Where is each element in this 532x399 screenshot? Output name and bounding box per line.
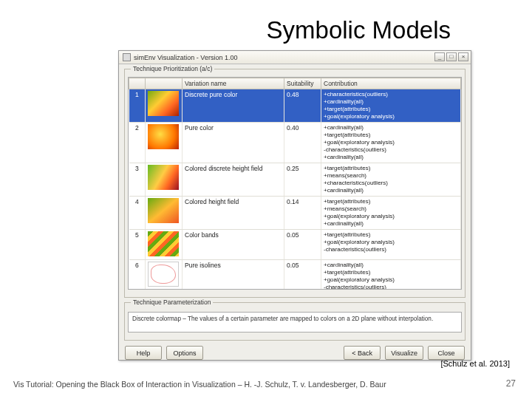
row-index: 1 xyxy=(129,89,146,123)
citation-text: [Schulz et al. 2013] xyxy=(440,359,510,368)
table-row[interactable]: 5 Color bands 0.05 +target(attributes) +… xyxy=(129,230,461,260)
table-row[interactable]: 1 Discrete pure color 0.48 +characterist… xyxy=(129,89,461,123)
table-row[interactable]: 6 Pure isolines 0.05 +cardinality(all) +… xyxy=(129,260,461,290)
row-suitability: 0.48 xyxy=(284,89,321,123)
variations-table[interactable]: Variation name Suitability Contribution … xyxy=(128,77,462,290)
table-row[interactable]: 3 Colored discrete height field 0.25 +ta… xyxy=(129,163,461,197)
row-name: Colored discrete height field xyxy=(183,163,284,197)
row-thumbnail xyxy=(146,260,183,290)
app-icon xyxy=(123,53,131,61)
page-number: 27 xyxy=(506,378,516,389)
row-suitability: 0.25 xyxy=(284,163,321,197)
app-window: simEnv Visualization - Version 1.00 _ □ … xyxy=(118,50,471,361)
options-button[interactable]: Options xyxy=(166,346,203,360)
description-text: Discrete colormap – The values of a cert… xyxy=(128,312,462,332)
visualize-button[interactable]: Visualize xyxy=(385,346,423,360)
row-name: Colored height field xyxy=(183,197,284,230)
row-contribution: +cardinality(all) +target(attributes) +g… xyxy=(321,123,461,163)
table-row[interactable]: 2 Pure color 0.40 +cardinality(all) +tar… xyxy=(129,123,461,163)
table-row[interactable]: 4 Colored height field 0.14 +target(attr… xyxy=(129,197,461,230)
row-thumbnail xyxy=(146,230,183,260)
minimize-button[interactable]: _ xyxy=(434,52,445,61)
back-button[interactable]: < Back xyxy=(344,346,381,360)
button-bar: Help Options < Back Visualize Close xyxy=(119,342,471,364)
group-legend: Technique Prioritization (a/c) xyxy=(131,65,214,72)
titlebar: simEnv Visualization - Version 1.00 _ □ … xyxy=(119,51,471,64)
row-index: 2 xyxy=(129,123,146,163)
row-contribution: +target(attributes) +means(search) +goal… xyxy=(321,197,461,230)
row-contribution: +cardinality(all) +target(attributes) +g… xyxy=(321,260,461,290)
row-index: 4 xyxy=(129,197,146,230)
group-legend: Technique Parameterization xyxy=(131,299,213,306)
col-thumb[interactable] xyxy=(146,78,183,89)
row-name: Pure color xyxy=(183,123,284,163)
row-index: 5 xyxy=(129,230,146,260)
row-suitability: 0.05 xyxy=(284,260,321,290)
row-suitability: 0.40 xyxy=(284,123,321,163)
slide-title: Symbolic Models xyxy=(267,16,451,44)
row-thumbnail xyxy=(146,197,183,230)
table-header-row: Variation name Suitability Contribution xyxy=(129,78,461,89)
row-suitability: 0.14 xyxy=(284,197,321,230)
row-index: 6 xyxy=(129,260,146,290)
footer-text: Vis Tutorial: Opening the Black Box of I… xyxy=(13,380,386,389)
row-thumbnail xyxy=(146,123,183,163)
row-contribution: +target(attributes) +means(search) +char… xyxy=(321,163,461,197)
row-thumbnail xyxy=(146,163,183,197)
maximize-button[interactable]: □ xyxy=(446,52,457,61)
window-title: simEnv Visualization - Version 1.00 xyxy=(134,54,237,61)
help-button[interactable]: Help xyxy=(125,346,162,360)
row-name: Discrete pure color xyxy=(183,89,284,123)
close-button[interactable]: Close xyxy=(428,346,465,360)
col-name[interactable]: Variation name xyxy=(183,78,284,89)
parameterization-group: Technique Parameterization Discrete colo… xyxy=(124,302,466,341)
col-index[interactable] xyxy=(129,78,146,89)
col-contribution[interactable]: Contribution xyxy=(321,78,461,89)
row-contribution: +target(attributes) +goal(exploratory an… xyxy=(321,230,461,260)
close-window-button[interactable]: × xyxy=(458,52,468,61)
row-name: Color bands xyxy=(183,230,284,260)
row-thumbnail xyxy=(146,89,183,123)
row-name: Pure isolines xyxy=(183,260,284,290)
prioritization-group: Technique Prioritization (a/c) Variation… xyxy=(124,69,466,298)
row-suitability: 0.05 xyxy=(284,230,321,260)
row-index: 3 xyxy=(129,163,146,197)
row-contribution: +characteristics(outliers) +cardinality(… xyxy=(321,89,461,123)
col-suitability[interactable]: Suitability xyxy=(284,78,321,89)
